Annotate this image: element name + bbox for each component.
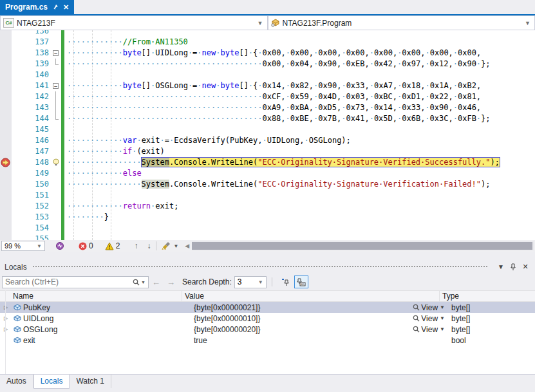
fold-margin[interactable] xyxy=(52,102,61,113)
code-text[interactable] xyxy=(64,70,535,80)
code-text[interactable] xyxy=(64,124,535,135)
breakpoint-margin[interactable] xyxy=(0,135,12,146)
fold-margin[interactable] xyxy=(52,59,61,70)
pin-tab-icon[interactable] xyxy=(52,4,59,10)
window-position-icon[interactable]: ▼ xyxy=(496,262,506,272)
code-text[interactable] xyxy=(64,223,535,234)
flag-pin-icon[interactable] xyxy=(279,275,293,288)
code-line[interactable]: 145 xyxy=(0,124,535,135)
fold-margin[interactable] xyxy=(52,146,61,157)
code-text[interactable]: ········} xyxy=(64,212,535,223)
fold-margin[interactable] xyxy=(52,30,61,37)
column-header-value[interactable]: Value xyxy=(182,291,440,301)
fold-margin[interactable] xyxy=(52,212,61,223)
horizontal-scrollbar[interactable] xyxy=(192,241,534,250)
code-line[interactable]: 150················System.Console.WriteL… xyxy=(0,179,535,190)
scroll-left-arrow-icon[interactable]: ◀ xyxy=(185,243,189,249)
search-forward-arrow-icon[interactable]: → xyxy=(167,277,175,287)
code-text[interactable]: ········································… xyxy=(64,113,535,124)
breakpoint-margin[interactable] xyxy=(0,223,12,234)
breakpoint-margin[interactable] xyxy=(0,212,12,223)
pin-value-preview-icon[interactable]: ab xyxy=(294,275,308,288)
breakpoint-margin[interactable] xyxy=(0,37,12,48)
breakpoint-margin[interactable] xyxy=(0,168,12,179)
code-line[interactable]: 146············var·exit·=·EcdsaVerify(Pu… xyxy=(0,135,535,146)
code-line[interactable]: 149············else xyxy=(0,168,535,179)
code-line[interactable]: 136 xyxy=(0,30,535,37)
view-button[interactable]: View▼ xyxy=(413,325,445,334)
locals-title-bar[interactable]: Locals ▼ ✕ xyxy=(0,260,535,274)
pin-window-icon[interactable] xyxy=(508,262,518,272)
code-text[interactable]: ············byte[]·UIDLong·=·new·byte[]·… xyxy=(64,48,535,59)
variable-value-cell[interactable]: true xyxy=(191,336,449,345)
locals-row[interactable]: ▷OSGLong{byte[0x00000020]}View▼byte[] xyxy=(0,324,535,335)
breakpoint-margin[interactable] xyxy=(0,146,12,157)
fold-margin[interactable] xyxy=(52,113,61,124)
breakpoint-margin[interactable] xyxy=(0,70,12,80)
code-line[interactable]: 147············if·(exit) xyxy=(0,146,535,157)
fold-margin[interactable] xyxy=(52,157,61,168)
code-line[interactable]: 144·····································… xyxy=(0,113,535,124)
locals-row[interactable]: ▷PubKey{byte[0x00000021]}View▼byte[] xyxy=(0,302,535,313)
breakpoint-margin[interactable] xyxy=(0,80,12,91)
fold-margin[interactable] xyxy=(52,70,61,80)
search-back-arrow-icon[interactable]: ← xyxy=(152,277,160,287)
fold-margin[interactable] xyxy=(52,135,61,146)
scrollbar-thumb[interactable] xyxy=(192,242,532,250)
code-text[interactable] xyxy=(64,30,535,37)
code-text[interactable]: ········································… xyxy=(64,91,535,102)
column-header-name[interactable]: Name xyxy=(0,291,182,301)
locals-row[interactable]: exittruebool xyxy=(0,335,535,346)
code-text[interactable]: ············byte[]·OSGLong·=·new·byte[]·… xyxy=(64,80,535,91)
close-window-icon[interactable]: ✕ xyxy=(520,262,530,272)
fold-margin[interactable] xyxy=(52,168,61,179)
error-count-button[interactable]: 0 xyxy=(79,241,93,250)
project-dropdown[interactable]: C# NTAG213F ▼ xyxy=(0,15,268,30)
search-input[interactable] xyxy=(3,277,130,286)
variable-name-cell[interactable]: ▷PubKey xyxy=(0,303,191,312)
fold-margin[interactable] xyxy=(52,201,61,212)
breakpoint-margin[interactable] xyxy=(0,234,12,240)
fold-margin[interactable]: − xyxy=(52,80,61,91)
code-line[interactable]: 143·····································… xyxy=(0,102,535,113)
code-line[interactable]: 155 xyxy=(0,234,535,240)
fold-collapse-icon[interactable]: − xyxy=(53,50,59,56)
variable-value-cell[interactable]: {byte[0x00000020]}View▼ xyxy=(191,325,449,334)
close-tab-icon[interactable]: ✕ xyxy=(63,3,69,12)
tab-program-cs[interactable]: Program.cs ✕ xyxy=(0,0,74,14)
breakpoint-margin[interactable] xyxy=(0,113,12,124)
breakpoint-margin[interactable] xyxy=(0,190,12,201)
search-box[interactable]: ▼ xyxy=(2,276,149,288)
code-line[interactable]: 152············return·exit; xyxy=(0,201,535,212)
previous-issue-arrow-icon[interactable]: ↑ xyxy=(134,241,138,250)
code-text[interactable]: ········································… xyxy=(64,102,535,113)
code-line[interactable]: 151 xyxy=(0,190,535,201)
breakpoint-margin[interactable] xyxy=(0,59,12,70)
breakpoint-margin[interactable] xyxy=(0,157,12,168)
code-text[interactable]: ········································… xyxy=(64,59,535,70)
zoom-dropdown[interactable]: 99 % ▼ xyxy=(1,241,45,251)
variable-value-cell[interactable]: {byte[0x00000010]}View▼ xyxy=(191,314,449,323)
view-button[interactable]: View▼ xyxy=(413,303,445,312)
column-header-type[interactable]: Type xyxy=(440,291,535,301)
code-line[interactable]: 153········} xyxy=(0,212,535,223)
code-text[interactable]: ················System.Console.WriteLine… xyxy=(64,157,535,168)
code-text[interactable]: ············if·(exit) xyxy=(64,146,535,157)
breakpoint-margin[interactable] xyxy=(0,30,12,37)
code-line[interactable]: 142·····································… xyxy=(0,91,535,102)
code-text[interactable] xyxy=(64,190,535,201)
code-line[interactable]: 154 xyxy=(0,223,535,234)
breakpoint-margin[interactable] xyxy=(0,48,12,59)
fold-margin[interactable] xyxy=(52,37,61,48)
view-button[interactable]: View▼ xyxy=(413,314,445,323)
code-cleanup-broom-icon[interactable]: ▼ xyxy=(162,241,178,250)
code-line[interactable]: 148················System.Console.WriteL… xyxy=(0,157,535,168)
code-text[interactable]: ················System.Console.WriteLine… xyxy=(64,179,535,190)
fold-margin[interactable]: − xyxy=(52,48,61,59)
fold-collapse-icon[interactable]: − xyxy=(53,83,59,89)
breakpoint-margin[interactable] xyxy=(0,91,12,102)
code-line[interactable]: 139·····································… xyxy=(0,59,535,70)
search-depth-dropdown[interactable]: 3 ▼ xyxy=(234,276,267,288)
type-dropdown[interactable]: NTAG213F.Program ▼ xyxy=(268,15,535,30)
variable-name-cell[interactable]: exit xyxy=(0,336,191,345)
